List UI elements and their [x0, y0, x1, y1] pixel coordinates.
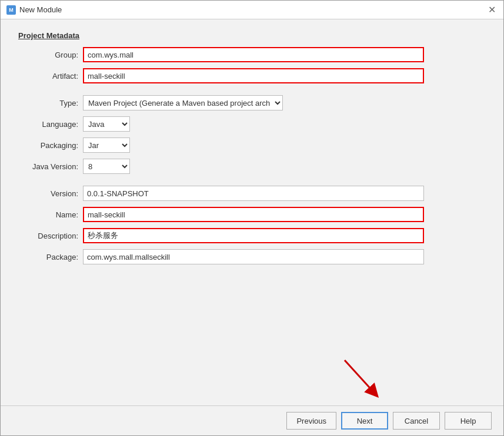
type-control: Maven Project (Generate a Maven based pr… [83, 95, 424, 110]
name-label: Name: [18, 210, 83, 219]
packaging-select[interactable]: Jar War [83, 137, 130, 153]
titlebar-left: M New Module [6, 5, 62, 15]
name-input[interactable] [83, 207, 424, 222]
packaging-control: Jar War [83, 137, 424, 153]
help-button[interactable]: Help [445, 412, 492, 430]
next-button[interactable]: Next [341, 412, 388, 430]
language-label: Language: [18, 120, 83, 129]
description-label: Description: [18, 232, 83, 240]
dialog-content: Project Metadata Group: Artifact: Type: … [1, 19, 503, 405]
java-version-control: 8 11 17 [83, 159, 424, 174]
language-control: Java Kotlin Groovy [83, 116, 424, 132]
version-row: Version: [18, 186, 486, 201]
dialog-footer: Previous Next Cancel Help [1, 405, 503, 435]
package-row: Package: [18, 249, 486, 264]
name-control [83, 207, 424, 222]
module-icon: M [6, 5, 16, 15]
artifact-row: Artifact: [18, 68, 486, 83]
java-version-label: Java Version: [18, 162, 83, 171]
footer-container: Previous Next Cancel Help [1, 405, 503, 435]
version-control [83, 186, 424, 201]
group-row: Group: [18, 47, 486, 62]
artifact-input[interactable] [83, 68, 424, 83]
close-button[interactable]: ✕ [486, 4, 498, 16]
artifact-label: Artifact: [18, 72, 83, 81]
name-row: Name: [18, 207, 486, 222]
type-select[interactable]: Maven Project (Generate a Maven based pr… [83, 95, 283, 110]
version-input[interactable] [83, 186, 424, 201]
version-label: Version: [18, 189, 83, 198]
package-input[interactable] [83, 249, 424, 264]
artifact-control [83, 68, 424, 83]
language-select[interactable]: Java Kotlin Groovy [83, 116, 130, 132]
titlebar: M New Module ✕ [1, 1, 503, 19]
group-input[interactable] [83, 47, 424, 62]
package-control [83, 249, 424, 264]
new-module-dialog: M New Module ✕ Project Metadata Group: A… [0, 0, 504, 436]
description-row: Description: [18, 228, 486, 243]
group-control [83, 47, 424, 62]
description-input[interactable] [83, 228, 424, 243]
packaging-label: Packaging: [18, 141, 83, 150]
type-label: Type: [18, 99, 83, 108]
java-version-select[interactable]: 8 11 17 [83, 159, 130, 174]
java-version-row: Java Version: 8 11 17 [18, 159, 486, 174]
package-label: Package: [18, 253, 83, 261]
cancel-button[interactable]: Cancel [393, 412, 440, 430]
type-row: Type: Maven Project (Generate a Maven ba… [18, 95, 486, 110]
description-control [83, 228, 424, 243]
section-title: Project Metadata [18, 31, 486, 40]
language-row: Language: Java Kotlin Groovy [18, 116, 486, 132]
dialog-title: New Module [19, 5, 62, 14]
group-label: Group: [18, 51, 83, 59]
packaging-row: Packaging: Jar War [18, 137, 486, 153]
previous-button[interactable]: Previous [286, 412, 336, 430]
